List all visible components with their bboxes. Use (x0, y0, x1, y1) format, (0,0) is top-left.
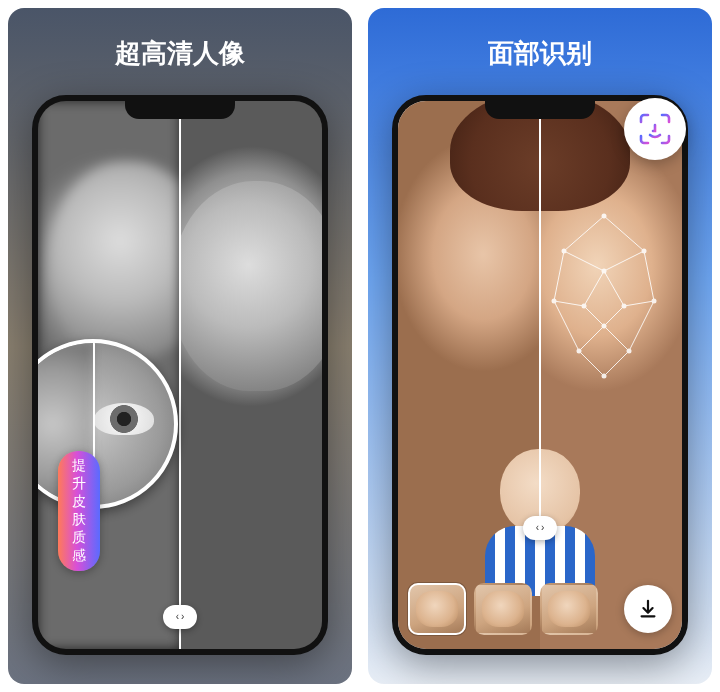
svg-point-24 (652, 299, 657, 304)
svg-line-16 (554, 301, 584, 306)
svg-line-7 (629, 301, 654, 351)
comparison-divider (179, 101, 181, 649)
svg-line-18 (579, 326, 604, 351)
face-thumbnail[interactable] (408, 583, 466, 635)
svg-line-12 (584, 271, 604, 306)
svg-point-27 (622, 304, 627, 309)
svg-line-10 (564, 251, 604, 271)
phone-notch (125, 101, 235, 119)
comparison-divider (539, 101, 541, 569)
phone-notch (485, 101, 595, 119)
after-image-sharp (180, 101, 322, 649)
feature-panel-hd-portrait: 超高清人像 ‹ › 提升皮肤质感 (8, 8, 352, 684)
svg-line-8 (579, 351, 604, 376)
svg-point-26 (582, 304, 587, 309)
svg-point-29 (577, 349, 582, 354)
svg-line-14 (584, 306, 604, 326)
svg-line-5 (644, 251, 654, 301)
svg-point-25 (602, 269, 607, 274)
face-thumbnail[interactable] (540, 583, 598, 635)
phone-mockup: ‹ › 提升皮肤质感 (32, 95, 328, 655)
svg-point-31 (602, 374, 607, 379)
feature-panel-face-recognition: 面部识别 (368, 8, 712, 684)
svg-point-21 (562, 249, 567, 254)
svg-point-23 (552, 299, 557, 304)
svg-line-9 (604, 351, 629, 376)
svg-point-20 (602, 214, 607, 219)
panel-title: 超高清人像 (115, 36, 245, 71)
face-mesh-overlay (544, 211, 664, 381)
svg-line-3 (604, 216, 644, 251)
face-thumbnail[interactable] (474, 583, 532, 635)
svg-line-6 (554, 301, 579, 351)
face-id-icon (624, 98, 686, 160)
download-button[interactable] (624, 585, 672, 633)
svg-line-17 (624, 301, 654, 306)
svg-line-19 (604, 326, 629, 351)
panel-title: 面部识别 (488, 36, 592, 71)
chevron-left-icon: ‹ (176, 612, 179, 622)
svg-line-13 (604, 271, 624, 306)
download-icon (637, 598, 659, 620)
svg-point-28 (602, 324, 607, 329)
eye-detail (94, 403, 154, 435)
svg-point-30 (627, 349, 632, 354)
chevron-left-icon: ‹ (536, 523, 539, 533)
phone-mockup: ‹ › (392, 95, 688, 655)
svg-line-4 (554, 251, 564, 301)
skin-texture-badge: 提升皮肤质感 (58, 451, 100, 571)
svg-line-15 (604, 306, 624, 326)
svg-line-2 (564, 216, 604, 251)
svg-point-22 (642, 249, 647, 254)
chevron-right-icon: › (541, 523, 544, 533)
comparison-slider-handle[interactable]: ‹ › (163, 605, 197, 629)
comparison-slider-handle[interactable]: ‹ › (523, 516, 557, 540)
chevron-right-icon: › (181, 612, 184, 622)
svg-line-11 (604, 251, 644, 271)
face-thumbnail-strip (408, 579, 672, 639)
